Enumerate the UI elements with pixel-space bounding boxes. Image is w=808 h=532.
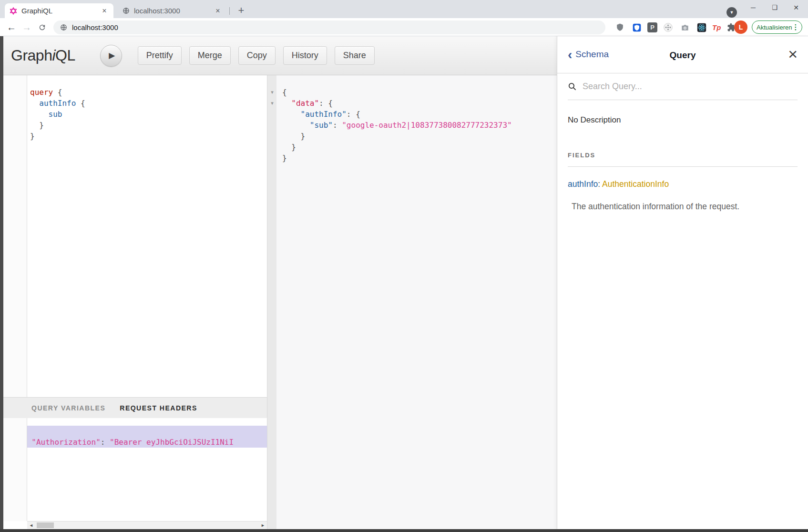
window-minimize-button[interactable]: ─ bbox=[743, 0, 764, 15]
code-line: { bbox=[276, 87, 557, 98]
window-left-edge bbox=[0, 36, 3, 529]
tp-extension-icon[interactable]: Tp bbox=[712, 23, 721, 31]
bitwarden-extension-icon[interactable] bbox=[631, 21, 643, 33]
doc-title: Query bbox=[557, 50, 808, 61]
doc-field-separator: : bbox=[598, 179, 602, 189]
code-line: 1{ bbox=[3, 426, 267, 437]
tab-divider bbox=[229, 7, 230, 15]
request-headers-editor[interactable]: 1{2 "Authorization": "Bearer eyJhbGciOiJ… bbox=[3, 418, 267, 521]
doc-explorer: ‹ Schema Query × No Description FIELDS a… bbox=[557, 36, 808, 529]
doc-no-description: No Description bbox=[568, 115, 798, 125]
back-button[interactable]: ← bbox=[5, 20, 18, 34]
profile-avatar[interactable]: L bbox=[734, 20, 747, 34]
tab-close-icon[interactable]: × bbox=[214, 7, 222, 15]
doc-field-description: The authentication information of the re… bbox=[572, 202, 798, 212]
forward-button: → bbox=[20, 20, 33, 34]
code-line: 2 authInfo { bbox=[3, 98, 267, 109]
merge-button[interactable]: Merge bbox=[189, 46, 231, 65]
query-editor-gutter bbox=[3, 75, 27, 397]
fold-icon[interactable]: ▾ bbox=[267, 87, 277, 98]
variables-section: QUERY VARIABLES REQUEST HEADERS 1{2 "Aut… bbox=[3, 397, 267, 529]
play-icon: ▶ bbox=[109, 51, 115, 61]
doc-field-type-link[interactable]: AuthenticationInfo bbox=[602, 179, 669, 189]
execute-query-button[interactable]: ▶ bbox=[100, 45, 122, 67]
graphiql-topbar: GraphiQL ▶ PrettifyMergeCopyHistoryShare bbox=[3, 36, 557, 75]
doc-body: No Description FIELDS authInfo: Authenti… bbox=[557, 115, 808, 212]
code-line: "authInfo": { bbox=[276, 109, 557, 120]
doc-field-name-link[interactable]: authInfo bbox=[568, 179, 598, 189]
chrome-update-button[interactable]: Aktualisieren ⋮ bbox=[752, 20, 802, 34]
graphiql-logo: GraphiQL bbox=[11, 47, 75, 64]
reload-button[interactable] bbox=[35, 20, 49, 34]
doc-fields-divider bbox=[568, 166, 798, 167]
tab-close-icon[interactable]: × bbox=[100, 7, 109, 15]
code-line: } bbox=[276, 131, 557, 142]
fold-icon[interactable]: ▾ bbox=[267, 98, 277, 109]
extensions-row: P Tp bbox=[614, 20, 737, 34]
prettify-button[interactable]: Prettify bbox=[138, 46, 182, 65]
tab-query-variables[interactable]: QUERY VARIABLES bbox=[31, 404, 105, 412]
url-text[interactable]: localhost:3000 bbox=[72, 23, 118, 31]
tab-title: localhost:3000 bbox=[134, 7, 214, 15]
browser-menu-dots-icon[interactable]: ⋮ bbox=[792, 23, 799, 31]
doc-explorer-header: ‹ Schema Query × bbox=[557, 36, 808, 73]
scroll-right-arrow-icon[interactable]: ► bbox=[259, 522, 267, 529]
shield-extension-icon[interactable] bbox=[614, 21, 626, 33]
search-icon bbox=[568, 82, 577, 91]
tab-localhost[interactable]: localhost:3000 × bbox=[117, 3, 227, 18]
headers-editor-gutter bbox=[3, 418, 27, 521]
graphql-logo-icon bbox=[10, 7, 17, 15]
code-line: 2 "Authorization": "Bearer eyJhbGciOiJSU… bbox=[3, 437, 267, 448]
new-tab-button[interactable]: + bbox=[235, 4, 248, 18]
code-line: 5} bbox=[3, 131, 267, 142]
dots-circle-extension-icon[interactable] bbox=[662, 21, 674, 33]
doc-search-row bbox=[568, 73, 798, 100]
code-line: "sub": "google-oauth2|108377380082777232… bbox=[276, 120, 557, 131]
code-line: 4 } bbox=[3, 120, 267, 131]
globe-icon bbox=[122, 7, 130, 15]
doc-search-input[interactable] bbox=[583, 82, 798, 92]
site-info-globe-icon[interactable] bbox=[60, 24, 67, 31]
window-close-button[interactable]: ✕ bbox=[786, 0, 807, 15]
react-devtools-extension-icon[interactable] bbox=[695, 21, 707, 33]
code-line: 3} bbox=[3, 448, 267, 459]
tab-graphiql[interactable]: GraphiQL × bbox=[5, 3, 113, 18]
code-line: 3 sub bbox=[3, 109, 267, 120]
doc-field-row: authInfo: AuthenticationInfo bbox=[568, 179, 798, 189]
address-bar[interactable]: localhost:3000 bbox=[53, 20, 605, 34]
scrollbar-thumb[interactable] bbox=[37, 522, 54, 528]
tab-request-headers[interactable]: REQUEST HEADERS bbox=[120, 404, 197, 412]
scroll-left-arrow-icon[interactable]: ◄ bbox=[27, 522, 35, 529]
query-pane: 1▾query {2 authInfo {3 sub4 }5} QUERY VA… bbox=[3, 75, 267, 529]
toolbar-buttons: PrettifyMergeCopyHistoryShare bbox=[138, 46, 375, 65]
browser-toolbar: ← → localhost:3000 P Tp L Aktualisi bbox=[0, 18, 808, 36]
variables-tabbar: QUERY VARIABLES REQUEST HEADERS bbox=[3, 397, 267, 418]
window-maximize-button[interactable]: ❑ bbox=[764, 0, 785, 15]
p-extension-icon[interactable]: P bbox=[647, 22, 657, 32]
query-editor[interactable]: 1▾query {2 authInfo {3 sub4 }5} bbox=[3, 75, 267, 397]
pane-divider[interactable]: ▾ ▾ bbox=[267, 75, 276, 529]
tab-title: GraphiQL bbox=[21, 7, 100, 15]
code-line: } bbox=[276, 142, 557, 153]
window-bottom-edge bbox=[0, 529, 808, 532]
code-line: } bbox=[276, 153, 557, 164]
code-line: "data": { bbox=[276, 98, 557, 109]
tab-search-button[interactable]: ▼ bbox=[726, 7, 737, 18]
copy-button[interactable]: Copy bbox=[238, 46, 276, 65]
camera-extension-icon[interactable] bbox=[679, 21, 691, 33]
code-line: 1▾query { bbox=[3, 87, 267, 98]
doc-fields-header: FIELDS bbox=[568, 152, 798, 159]
share-button[interactable]: Share bbox=[335, 46, 375, 65]
horizontal-scrollbar[interactable]: ◄ ► bbox=[27, 521, 267, 529]
result-pane: { "data": { "authInfo": { "sub": "google… bbox=[276, 75, 557, 529]
browser-tab-strip: GraphiQL × localhost:3000 × + ▼ ─ ❑ ✕ bbox=[0, 0, 808, 18]
doc-close-icon[interactable]: × bbox=[788, 45, 798, 63]
update-label: Aktualisieren bbox=[757, 24, 792, 31]
history-button[interactable]: History bbox=[283, 46, 327, 65]
